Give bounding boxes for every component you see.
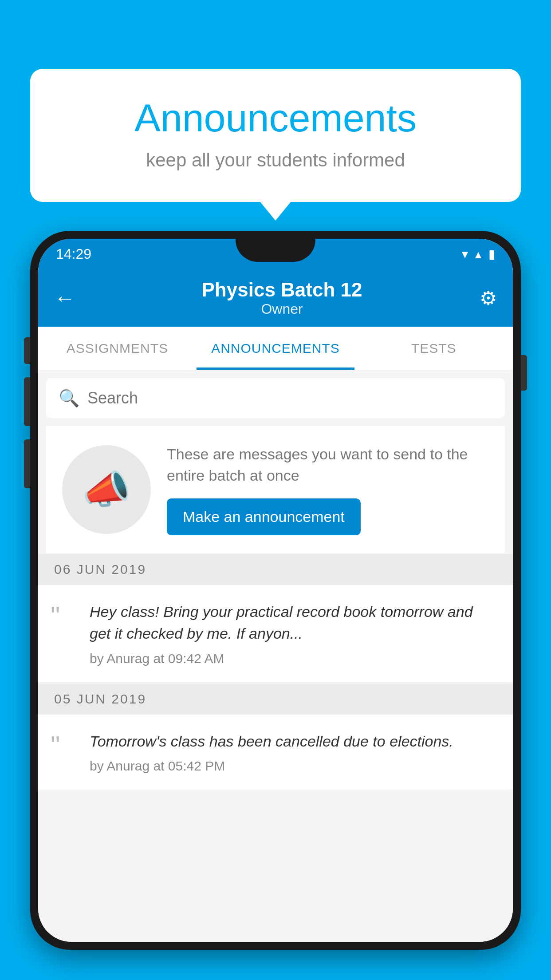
tab-announcements[interactable]: ANNOUNCEMENTS [197,327,355,370]
megaphone-circle: 📣 [62,445,151,534]
empty-state: 📣 These are messages you want to send to… [46,426,505,553]
bubble-subtitle: keep all your students informed [66,150,485,171]
quote-icon-2: " [51,732,77,759]
status-icons: ▾ ▴ ▮ [462,247,495,261]
settings-button[interactable]: ⚙ [480,287,497,309]
empty-state-description: These are messages you want to send to t… [167,444,489,486]
announcement-item-1[interactable]: " Hey class! Bring your practical record… [38,585,513,683]
search-icon: 🔍 [59,388,79,408]
search-bar[interactable]: 🔍 [46,378,505,418]
app-bar: ← Physics Batch 12 Owner ⚙ [38,269,513,327]
tab-tests[interactable]: TESTS [354,327,513,370]
back-button[interactable]: ← [54,286,75,310]
app-bar-title: Physics Batch 12 [84,279,480,301]
phone-power-button [521,355,527,391]
tab-assignments[interactable]: ASSIGNMENTS [38,327,197,370]
announcement-text-1: Hey class! Bring your practical record b… [90,601,497,645]
bubble-title: Announcements [66,95,485,141]
announcement-content-2: Tomorrow's class has been cancelled due … [90,731,497,774]
date-separator-1: 06 JUN 2019 [38,554,513,585]
announcement-text-2: Tomorrow's class has been cancelled due … [90,731,497,752]
megaphone-icon: 📣 [82,466,131,513]
battery-icon: ▮ [488,247,495,261]
quote-icon-1: " [51,603,77,629]
announcement-meta-2: by Anurag at 05:42 PM [90,759,497,774]
announcement-content-1: Hey class! Bring your practical record b… [90,601,497,666]
wifi-icon: ▾ [462,247,468,261]
phone-volume-down-button [24,439,30,488]
date-separator-2: 05 JUN 2019 [38,684,513,715]
tabs-bar: ASSIGNMENTS ANNOUNCEMENTS TESTS [38,327,513,370]
search-input[interactable] [87,389,492,407]
announcement-meta-1: by Anurag at 09:42 AM [90,651,497,666]
speech-bubble-container: Announcements keep all your students inf… [30,69,521,202]
phone-volume-up-button [24,377,30,426]
content-area: 🔍 📣 These are messages you want to send … [38,370,513,942]
app-bar-subtitle: Owner [84,301,480,317]
empty-state-content: These are messages you want to send to t… [167,444,489,535]
phone-outer: 14:29 ▾ ▴ ▮ ← Physics Batch 12 Owner ⚙ [30,231,521,950]
phone-mute-button [24,337,30,364]
app-bar-title-container: Physics Batch 12 Owner [84,279,480,317]
status-time: 14:29 [56,246,91,262]
announcement-item-2[interactable]: " Tomorrow's class has been cancelled du… [38,715,513,790]
speech-bubble: Announcements keep all your students inf… [30,69,521,202]
phone-notch [236,239,315,262]
signal-icon: ▴ [475,247,481,261]
make-announcement-button[interactable]: Make an announcement [167,498,361,535]
phone-wrapper: 14:29 ▾ ▴ ▮ ← Physics Batch 12 Owner ⚙ [30,231,521,980]
phone-screen: 14:29 ▾ ▴ ▮ ← Physics Batch 12 Owner ⚙ [38,239,513,942]
